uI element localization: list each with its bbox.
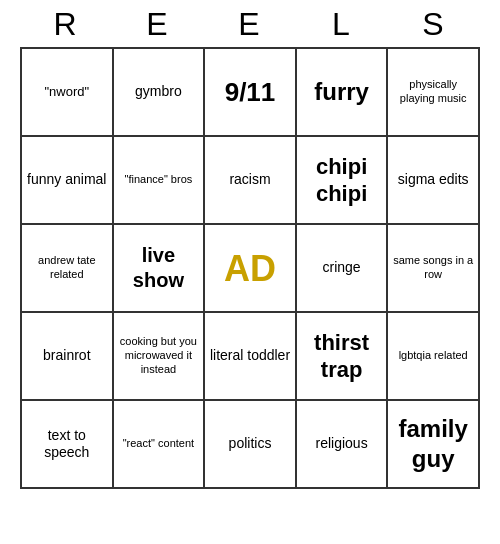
title-row: R E E L S [20, 0, 480, 47]
cell-r3c1: andrew tate related [22, 225, 114, 313]
cell-r2c5: sigma edits [388, 137, 480, 225]
cell-r3c3: AD [205, 225, 297, 313]
cell-r5c1: text to speech [22, 401, 114, 489]
cell-r1c3: 9/11 [205, 49, 297, 137]
cell-r2c2: "finance" bros [114, 137, 206, 225]
cell-r4c2: cooking but you microwaved it instead [114, 313, 206, 401]
cell-r5c2: "react" content [114, 401, 206, 489]
cell-r4c3: literal toddler [205, 313, 297, 401]
cell-r2c4: chipi chipi [297, 137, 389, 225]
title-letter-l: L [302, 6, 382, 43]
cell-r4c5: lgbtqia related [388, 313, 480, 401]
title-letter-s: S [394, 6, 474, 43]
cell-r1c2: gymbro [114, 49, 206, 137]
title-letter-r: R [26, 6, 106, 43]
cell-r5c4: religious [297, 401, 389, 489]
cell-r5c5: family guy [388, 401, 480, 489]
cell-r1c1: "nword" [22, 49, 114, 137]
cell-r4c1: brainrot [22, 313, 114, 401]
cell-r3c5: same songs in a row [388, 225, 480, 313]
cell-r2c1: funny animal [22, 137, 114, 225]
bingo-grid: "nword" gymbro 9/11 furry physically pla… [20, 47, 480, 489]
cell-r1c4: furry [297, 49, 389, 137]
cell-r5c3: politics [205, 401, 297, 489]
cell-r1c5: physically playing music [388, 49, 480, 137]
cell-r2c3: racism [205, 137, 297, 225]
cell-r3c2: live show [114, 225, 206, 313]
title-letter-e1: E [118, 6, 198, 43]
cell-r3c4: cringe [297, 225, 389, 313]
title-letter-e2: E [210, 6, 290, 43]
cell-r4c4: thirst trap [297, 313, 389, 401]
